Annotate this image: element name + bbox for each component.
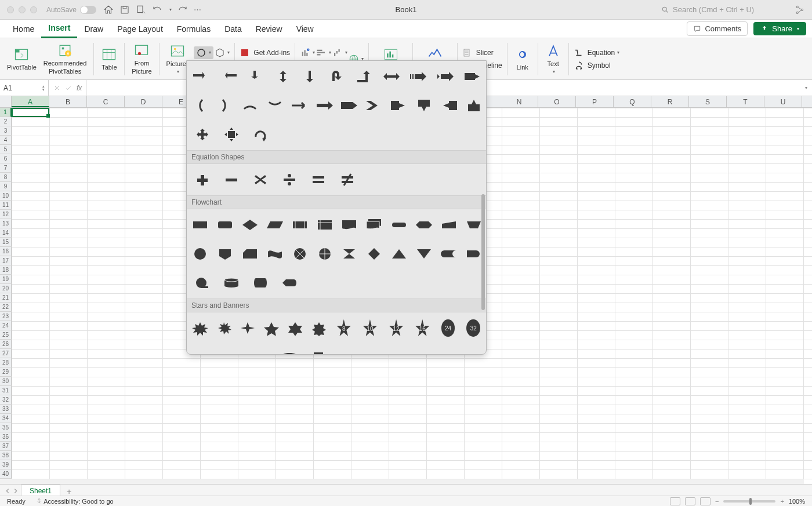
tab-review[interactable]: Review [249,20,289,38]
shape-minus[interactable] [219,168,244,192]
shape-callout-down[interactable] [414,93,434,118]
shape-callout-right[interactable] [389,93,409,118]
symbol-button[interactable]: Symbol [574,60,619,71]
row-header-13[interactable]: 13 [0,219,12,228]
shape-star4[interactable] [238,316,257,340]
col-header-U[interactable]: U [764,96,802,107]
col-header-D[interactable]: D [125,96,162,107]
shape-chevron[interactable] [364,93,385,118]
row-header-15[interactable]: 15 [0,238,12,247]
shape-down-arrow[interactable] [244,64,267,89]
shape-arc-bottom[interactable] [240,93,260,118]
shape-quad-callout[interactable] [219,122,244,147]
enter-icon[interactable] [65,85,72,92]
tab-view[interactable]: View [289,20,321,38]
slicer-button[interactable]: Slicer [462,48,502,58]
bar-chart-button[interactable]: ▾ [316,48,331,58]
shape-up-down-arrow[interactable] [271,64,294,89]
shape-fc-stored-data[interactable] [438,242,459,266]
shape-down-arrow-2[interactable] [299,64,321,89]
row-header-22[interactable]: 22 [0,303,12,312]
shape-fc-predefined[interactable] [289,213,310,237]
shape-bent-arrow[interactable] [353,64,375,89]
shape-divide[interactable] [277,168,302,192]
shape-striped-arrow[interactable] [407,64,430,89]
row-header-2[interactable]: 2 [0,117,12,126]
zoom-in-button[interactable]: + [780,498,784,505]
equation-button[interactable]: Equation▾ [574,48,619,58]
get-addins-button[interactable]: Get Add-ins [240,48,290,58]
row-header-40[interactable]: 40 [0,469,12,479]
shape-pentagon-arrow[interactable] [339,93,360,118]
shape-ribbon-curved-up[interactable] [248,346,273,355]
autosave-toggle[interactable] [80,6,96,14]
row-header-7[interactable]: 7 [0,163,12,173]
row-header-26[interactable]: 26 [0,340,12,349]
tab-insert[interactable]: Insert [41,20,77,38]
col-header-Q[interactable]: Q [614,96,651,107]
fx-label[interactable]: fx [77,84,82,92]
row-header-16[interactable]: 16 [0,247,12,256]
col-header-N[interactable]: N [501,96,538,107]
save-file-icon[interactable] [136,5,146,15]
shape-not-equal[interactable] [335,168,360,192]
shape-plus[interactable] [190,168,215,192]
row-header-4[interactable]: 4 [0,136,12,145]
row-header-32[interactable]: 32 [0,395,12,405]
row-header-10[interactable]: 10 [0,191,12,201]
shape-quad-arrow[interactable] [190,122,215,147]
shape-equals[interactable] [306,168,331,192]
row-header-35[interactable]: 35 [0,423,12,432]
row-header-18[interactable]: 18 [0,265,12,275]
shape-u-turn-arrow[interactable] [326,64,349,89]
shape-fc-multidoc[interactable] [364,213,385,237]
shape-fc-alt-process[interactable] [215,213,235,237]
shape-wave[interactable] [364,346,389,355]
shape-ribbon-down[interactable] [219,346,244,355]
cancel-icon[interactable] [53,85,60,92]
shape-right-arrow[interactable] [190,64,213,89]
shape-fc-manual-input[interactable] [438,213,459,237]
shape-star10[interactable]: 10 [362,319,377,338]
shape-fc-data[interactable] [264,213,285,237]
shape-arc-left[interactable] [190,93,211,118]
zoom-slider[interactable] [723,500,775,503]
text-button[interactable]: Text▾ [543,42,564,76]
tab-page-layout[interactable]: Page Layout [110,20,170,38]
waterfall-button[interactable]: ▾ [332,48,347,58]
shape-block-arrow-r[interactable] [314,93,335,118]
zoom-out-button[interactable]: − [715,498,719,505]
shape-fc-document[interactable] [339,213,360,237]
active-cell-A1[interactable] [12,108,49,117]
col-header-A[interactable]: A [12,96,49,107]
shape-explosion1[interactable] [190,316,209,340]
ribbon-collapse-icon[interactable] [793,4,805,16]
shape-star8[interactable]: 8 [336,319,351,338]
shape-callout-left[interactable] [438,93,459,118]
view-page-break-button[interactable] [700,497,710,505]
shape-scroll-v[interactable] [306,346,331,355]
name-box[interactable]: A1 ▴▾ [0,80,49,96]
col-header-C[interactable]: C [87,96,125,107]
table-button[interactable]: Table [99,45,119,72]
pivottable-button[interactable]: PivotTable [5,45,39,72]
tab-formulas[interactable]: Formulas [170,20,217,38]
shape-fc-collate[interactable] [339,242,360,266]
shape-star6[interactable] [285,316,304,340]
sheet-prev-button[interactable] [5,487,10,496]
tab-draw[interactable]: Draw [77,20,110,38]
tab-home[interactable]: Home [6,20,41,38]
row-header-29[interactable]: 29 [0,367,12,377]
shape-explosion2[interactable] [214,316,233,340]
comments-button[interactable]: Comments [687,21,748,36]
select-all-corner[interactable] [0,96,12,107]
shape-fc-terminator[interactable] [389,213,409,237]
shape-fc-direct-access[interactable] [248,271,273,295]
row-header-28[interactable]: 28 [0,358,12,367]
shape-ribbon-curved-down[interactable] [277,346,302,355]
col-header-R[interactable]: R [651,96,689,107]
col-header-O[interactable]: O [538,96,576,107]
search-input[interactable]: Search (Cmd + Ctrl + U) [661,5,789,14]
shape-circular-arrow[interactable] [248,122,273,147]
row-header-37[interactable]: 37 [0,442,12,451]
